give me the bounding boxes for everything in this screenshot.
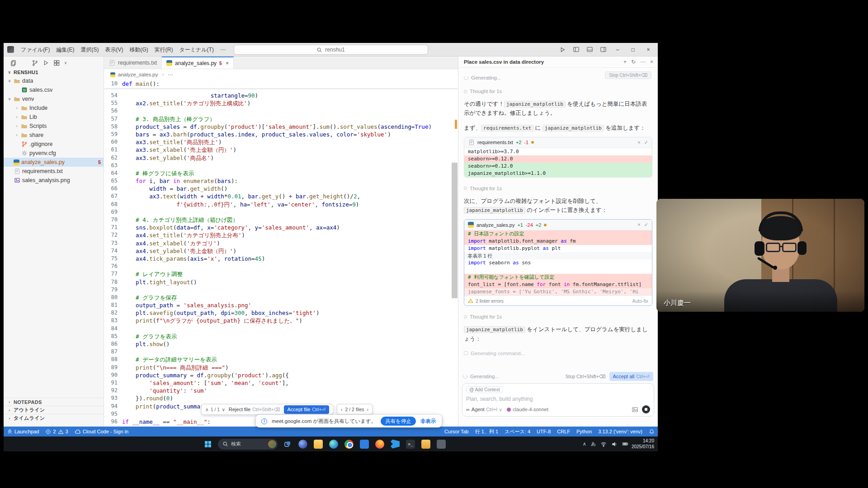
tree-item-pyvenv.cfg[interactable]: pyvenv.cfg bbox=[4, 149, 104, 158]
app-folder[interactable] bbox=[420, 439, 431, 450]
next-file-icon[interactable]: › bbox=[367, 407, 369, 412]
app-vscode[interactable] bbox=[390, 439, 401, 450]
tree-item-venv[interactable]: ∨venv bbox=[4, 94, 104, 103]
menu-item[interactable]: 移動(G) bbox=[126, 45, 151, 55]
reject-file-button[interactable]: Reject file Ctrl+Shift+⌫ bbox=[229, 407, 280, 412]
accept-icon[interactable]: ✓ bbox=[644, 222, 648, 228]
chevron-down-icon[interactable]: ∨ bbox=[63, 61, 68, 65]
send-stop-button[interactable] bbox=[642, 405, 650, 413]
tree-item-sales_analysis.png[interactable]: sales_analysis.png bbox=[4, 176, 104, 185]
sidebar-panel-タイムライン[interactable]: ›タイムライン bbox=[4, 414, 104, 422]
files-pager[interactable]: ‹ 2 / 2 files › bbox=[337, 404, 373, 415]
tree-item-Lib[interactable]: ›Lib bbox=[4, 113, 104, 122]
toggle-sidebar-icon[interactable] bbox=[570, 45, 582, 55]
stop-all-button[interactable]: Stop Ctrl+Shift+⌫ bbox=[566, 374, 606, 379]
menu-item[interactable]: ファイル(F) bbox=[18, 45, 53, 55]
status-item[interactable]: Python bbox=[573, 429, 595, 434]
stop-button[interactable]: Stop Ctrl+Shift+⌫ bbox=[605, 71, 651, 79]
tree-item-share[interactable]: ›share bbox=[4, 131, 104, 140]
minimize-button[interactable]: – bbox=[611, 44, 624, 55]
status-item[interactable]: 行 1、列 1 bbox=[472, 428, 501, 435]
run-debug-icon[interactable] bbox=[42, 59, 50, 67]
tab-analyze_sales.py[interactable]: analyze_sales.py5× bbox=[162, 56, 234, 69]
tree-item-Scripts[interactable]: ›Scripts bbox=[4, 122, 104, 131]
maximize-button[interactable]: □ bbox=[626, 44, 640, 55]
app-task-view[interactable] bbox=[282, 439, 293, 450]
taskbar-search[interactable]: 検索 bbox=[218, 439, 278, 450]
editor-scrollbar[interactable] bbox=[452, 163, 458, 298]
reject-icon[interactable]: × bbox=[637, 140, 640, 145]
thought-row[interactable]: Thought for 1s bbox=[464, 186, 652, 191]
app-terminal[interactable]: >_ bbox=[405, 439, 416, 450]
status-item[interactable]: CRLF bbox=[554, 429, 573, 434]
app-store[interactable] bbox=[359, 439, 370, 450]
accept-icon[interactable]: ✓ bbox=[644, 140, 648, 145]
stop-sharing-button[interactable]: 共有を停止 bbox=[381, 417, 416, 426]
tree-item-sales.csv[interactable]: sales.csv bbox=[4, 85, 104, 94]
tree-item-requirements.txt[interactable]: requirements.txt bbox=[4, 167, 104, 176]
search-icon[interactable] bbox=[20, 59, 28, 67]
chevron-down-icon[interactable]: ∨ bbox=[222, 407, 225, 412]
more-icon[interactable]: ⋯ bbox=[640, 59, 646, 65]
wifi-icon[interactable] bbox=[600, 441, 607, 447]
taskbar-clock[interactable]: 14:20 2025/07/16 bbox=[632, 438, 654, 450]
menu-item[interactable]: 編集(E) bbox=[53, 45, 77, 55]
tree-item-Include[interactable]: ›Include bbox=[4, 103, 104, 113]
source-control-icon[interactable] bbox=[31, 59, 39, 67]
launchpad-status-item[interactable]: Launchpad bbox=[4, 427, 42, 436]
reject-icon[interactable]: × bbox=[637, 222, 640, 228]
hide-banner-button[interactable]: 非表示 bbox=[420, 418, 436, 425]
app-edge[interactable] bbox=[328, 439, 339, 450]
sticky-scroll-line[interactable]: 10def main(): bbox=[104, 80, 458, 88]
notifications-bell[interactable] bbox=[646, 429, 658, 435]
model-selector[interactable]: claude-4-sonnet bbox=[507, 407, 548, 412]
cloud-code-status-item[interactable]: Cloud Code - Sign in bbox=[71, 427, 132, 436]
app-firefox[interactable] bbox=[374, 439, 385, 450]
diff-nav[interactable]: ∧ 1 / 1 ∨ bbox=[205, 407, 225, 412]
command-center-search[interactable]: renshu1 bbox=[234, 45, 428, 55]
tree-item-.gitignore[interactable]: .gitignore bbox=[4, 140, 104, 149]
code-area[interactable]: 54 startangle=90)55 ax2.set_title('カテゴリ別… bbox=[104, 92, 458, 426]
menu-overflow[interactable]: ⋯ bbox=[217, 45, 229, 55]
tree-item-analyze_sales.py[interactable]: analyze_sales.py5 bbox=[4, 158, 104, 167]
thought-row[interactable]: Thought for 1s bbox=[464, 314, 652, 319]
toggle-panel-icon[interactable] bbox=[584, 45, 595, 55]
menu-item[interactable]: 選択(S) bbox=[77, 45, 102, 55]
close-icon[interactable]: × bbox=[650, 59, 653, 65]
menu-item[interactable]: 表示(V) bbox=[102, 45, 126, 55]
menu-item[interactable]: ターミナル(T) bbox=[176, 45, 217, 55]
status-item[interactable]: 3.13.2 ('venv': venv) bbox=[595, 429, 646, 434]
battery-icon[interactable] bbox=[622, 441, 629, 447]
agent-mode-selector[interactable]: ∞ Agent Ctrl+I ∨ bbox=[466, 407, 502, 412]
auto-fix-button[interactable]: Auto-fix bbox=[632, 298, 648, 304]
new-chat-icon[interactable]: + bbox=[623, 59, 627, 65]
accept-all-button[interactable]: Accept allCtrl+⏎ bbox=[609, 372, 653, 381]
app-explorer[interactable] bbox=[313, 439, 324, 450]
menu-item[interactable]: 実行(R) bbox=[151, 45, 176, 55]
status-item[interactable]: UTF-8 bbox=[533, 429, 554, 434]
ime-indicator[interactable]: あ bbox=[591, 441, 596, 447]
close-button[interactable]: × bbox=[642, 44, 655, 55]
breadcrumb[interactable]: analyze_sales.py › ⋯ bbox=[104, 69, 458, 80]
close-icon[interactable]: × bbox=[226, 60, 229, 66]
tab-requirements.txt[interactable]: requirements.txt bbox=[104, 56, 162, 69]
prev-file-icon[interactable]: ‹ bbox=[341, 407, 343, 412]
add-context-chip[interactable]: @ Add Context bbox=[466, 386, 503, 393]
problems-status-item[interactable]: 23 bbox=[42, 427, 71, 436]
sidebar-panel-NOTEPADS[interactable]: ›NOTEPADS bbox=[4, 398, 104, 406]
app-copilot[interactable] bbox=[297, 439, 308, 450]
history-icon[interactable]: ↻ bbox=[631, 59, 636, 65]
thought-row[interactable]: Thought for 1s bbox=[464, 89, 652, 94]
toggle-secondary-sidebar-icon[interactable] bbox=[597, 45, 609, 55]
app-settings[interactable] bbox=[436, 439, 447, 450]
status-item[interactable]: スペース: 4 bbox=[501, 428, 533, 435]
extensions-icon[interactable] bbox=[52, 59, 61, 67]
tray-chevron-up-icon[interactable]: ∧ bbox=[583, 441, 586, 447]
app-chrome[interactable] bbox=[344, 439, 354, 450]
run-icon[interactable] bbox=[557, 45, 568, 55]
accept-file-button[interactable]: Accept file Ctrl+⏎ bbox=[284, 405, 330, 414]
status-item[interactable]: Cursor Tab bbox=[441, 429, 472, 434]
workspace-header[interactable]: ∨ RENSHU1 bbox=[4, 68, 104, 76]
start-button[interactable] bbox=[203, 439, 213, 450]
volume-icon[interactable] bbox=[611, 441, 618, 447]
